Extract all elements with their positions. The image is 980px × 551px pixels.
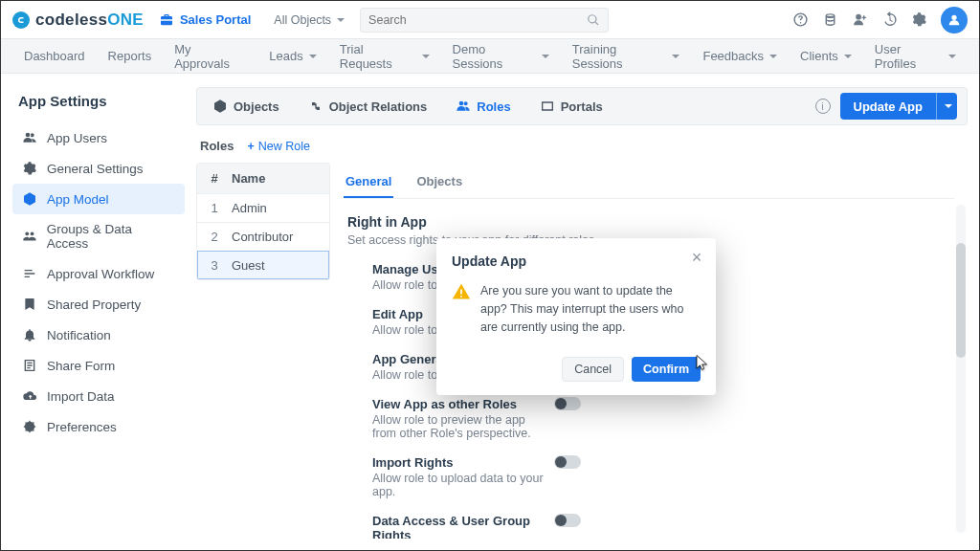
data-icon[interactable] [822, 11, 838, 28]
perm-title: Import Rights [372, 455, 545, 470]
row-name: Admin [232, 194, 329, 222]
perm-import-rights: Import RightsAllow role to upload data t… [344, 446, 954, 504]
nav-leads[interactable]: Leads [269, 49, 316, 63]
role-row-guest[interactable]: 3Guest [197, 251, 329, 279]
cancel-button[interactable]: Cancel [562, 357, 624, 382]
perm-desc: Allow role to upload data to your app. [372, 472, 545, 498]
new-role-link[interactable]: New Role [247, 140, 310, 153]
nav-clients[interactable]: Clients [800, 49, 852, 63]
row-index: 2 [197, 223, 232, 251]
sidebar-title: App Settings [12, 87, 185, 122]
nav-trial-requests[interactable]: Trial Requests [340, 42, 430, 71]
row-index: 3 [197, 252, 232, 279]
update-app-button[interactable]: Update App [840, 93, 936, 120]
nav-feedbacks[interactable]: Feedbacks [702, 49, 777, 63]
update-app-split-button[interactable] [936, 93, 957, 120]
user-avatar[interactable] [941, 7, 968, 33]
role-row-admin[interactable]: 1Admin [197, 193, 329, 222]
cloud-icon [22, 388, 37, 404]
model-tabs: ObjectsObject RelationsRolesPortals i Up… [196, 87, 968, 125]
sidebar-item-label: Groups & Data Access [47, 222, 175, 251]
sidebar-item-label: Shared Property [47, 298, 141, 312]
nav-reports[interactable]: Reports [108, 49, 152, 63]
search-icon [587, 13, 600, 27]
nav-my-approvals[interactable]: My Approvals [174, 42, 246, 71]
chevron-down-icon [672, 55, 679, 58]
sidebar-item-app-model[interactable]: App Model [12, 184, 185, 214]
nav-training-sessions[interactable]: Training Sessions [572, 42, 680, 71]
modal-title: Update App [452, 253, 701, 269]
app-header: codelessONE Sales Portal All Objects [1, 1, 979, 39]
perm-toggle[interactable] [554, 514, 581, 527]
nav-demo-sessions[interactable]: Demo Sessions [453, 42, 549, 71]
chevron-down-icon [337, 18, 345, 22]
chevron-down-icon [844, 55, 852, 58]
nav-user-profiles[interactable]: User Profiles [875, 42, 956, 71]
sidebar-item-label: Notification [47, 328, 111, 342]
scrollbar-thumb[interactable] [956, 243, 966, 358]
sidebar-item-shared-property[interactable]: Shared Property [12, 289, 185, 320]
brand-text-2: ONE [107, 11, 144, 30]
sidebar-item-preferences[interactable]: Preferences [12, 411, 185, 442]
sidebar-item-label: App Users [47, 131, 107, 145]
workspace-chip[interactable]: Sales Portal [159, 12, 251, 28]
sidebar-item-label: Preferences [47, 420, 117, 434]
col-num: # [197, 164, 232, 193]
object-scope-select[interactable]: All Objects [274, 13, 345, 27]
sidebar-item-groups-data-access[interactable]: Groups & Data Access [12, 214, 185, 258]
sidebar-item-label: Share Form [47, 359, 115, 373]
tab-portals[interactable]: Portals [534, 95, 609, 118]
role-row-contributor[interactable]: 2Contributor [197, 222, 329, 251]
briefcase-icon [159, 12, 174, 28]
tab-label: Object Relations [329, 99, 428, 114]
sidebar-item-import-data[interactable]: Import Data [12, 381, 185, 411]
scrollbar-track[interactable] [956, 205, 966, 533]
workspace-name: Sales Portal [180, 12, 251, 27]
chevron-down-icon [769, 55, 777, 58]
mouse-cursor [694, 352, 711, 376]
global-search[interactable] [360, 8, 609, 33]
chevron-down-icon [422, 55, 430, 58]
help-icon[interactable] [792, 11, 809, 28]
sidebar-item-general-settings[interactable]: General Settings [12, 153, 185, 184]
chevron-down-icon [948, 55, 956, 58]
role-list: # Name 1Admin2Contributor3Guest [196, 163, 330, 280]
role-list-header: # Name [197, 164, 329, 193]
sidebar-item-app-users[interactable]: App Users [12, 122, 185, 153]
sidebar-item-share-form[interactable]: Share Form [12, 350, 185, 381]
search-input[interactable] [368, 13, 587, 27]
tab-object-relations[interactable]: Object Relations [302, 95, 434, 118]
add-user-icon[interactable] [852, 11, 868, 28]
tab-roles[interactable]: Roles [450, 95, 516, 118]
row-index: 1 [197, 194, 232, 222]
info-icon[interactable]: i [815, 99, 831, 114]
tab-icon [456, 99, 471, 114]
perm-toggle[interactable] [554, 455, 581, 469]
subtab-general[interactable]: General [344, 166, 393, 198]
bell-icon [22, 327, 37, 342]
tab-label: Roles [477, 99, 510, 114]
perm-data-access-user-group-rights: Data Access & User Group RightsAllow rol… [344, 504, 954, 539]
gear-icon[interactable] [911, 11, 927, 28]
subtab-objects[interactable]: Objects [414, 166, 464, 198]
nav-dashboard[interactable]: Dashboard [24, 49, 85, 63]
chevron-down-icon [309, 55, 317, 58]
perm-toggle[interactable] [554, 397, 581, 410]
sidebar-item-notification[interactable]: Notification [12, 320, 185, 350]
history-icon[interactable] [881, 11, 898, 28]
confirm-update-modal: × Update App Are you sure you want to up… [436, 238, 716, 395]
brand-icon [12, 11, 30, 29]
sidebar-item-approval-workflow[interactable]: Approval Workflow [12, 258, 185, 289]
tab-icon [308, 99, 323, 114]
tab-icon [540, 99, 555, 114]
box-icon [22, 191, 37, 207]
confirm-button[interactable]: Confirm [632, 357, 701, 382]
settings-sidebar: App Settings App UsersGeneral SettingsAp… [12, 87, 185, 539]
col-name: Name [232, 164, 329, 193]
perm-title: View App as other Roles [372, 397, 545, 411]
breadcrumb: Roles New Role [196, 125, 968, 163]
tab-objects[interactable]: Objects [207, 95, 285, 118]
sidebar-item-label: Approval Workflow [47, 267, 154, 281]
close-icon[interactable]: × [687, 248, 706, 267]
header-actions [792, 7, 968, 33]
